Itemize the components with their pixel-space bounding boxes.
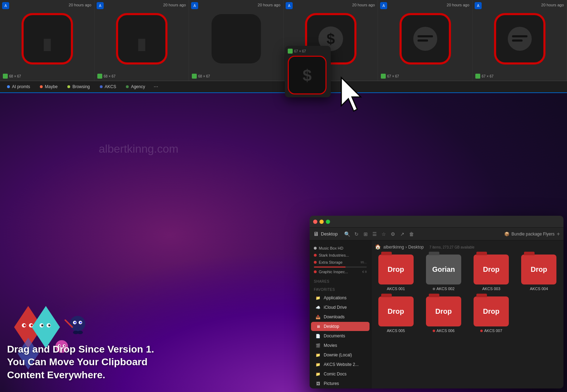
file-item-akcs001[interactable]: Drop AKCS 001	[375, 255, 417, 291]
status-dot-007	[480, 330, 483, 332]
share-icon[interactable]: ↗	[399, 231, 406, 237]
icon-card-2[interactable]: A 20 hours ago 68 × 67	[94, 0, 189, 81]
svg-rect-12	[417, 39, 428, 42]
svg-rect-4	[135, 26, 149, 33]
icon-box-6	[495, 14, 544, 63]
sidebar-item-movies[interactable]: 🎬 Movies	[311, 341, 370, 350]
refresh-icon[interactable]: ↻	[353, 231, 360, 237]
tab-ai-promts[interactable]: AI promts	[4, 83, 33, 91]
app-badge-2: A	[97, 2, 104, 9]
akcs-website-icon: 📁	[315, 362, 321, 367]
icon-card-1[interactable]: A 20 hours ago 68 × 67	[0, 0, 94, 81]
sidebar-drive-extra[interactable]: Extra Storage 95...	[310, 259, 371, 266]
tab-dot-ai	[7, 85, 10, 88]
icon-strip: A 20 hours ago 68 × 67 A 20 hours ago	[0, 0, 567, 81]
downie-icon: 📁	[315, 352, 321, 358]
breadcrumb-path: albertkinng › Desktop	[383, 245, 424, 250]
svg-point-30	[80, 322, 82, 324]
tab-more[interactable]: ···	[151, 84, 160, 90]
drive-name-stark: Stark Industries...	[319, 253, 367, 257]
sidebar-item-downie[interactable]: 📁 Downie (Local)	[311, 350, 370, 360]
file-label-005: AKCS 005	[387, 329, 405, 333]
sidebar-drive-musicbox[interactable]: Music Box HD	[310, 245, 371, 252]
home-icon: 🏠	[375, 244, 381, 250]
sidebar-item-documents[interactable]: 📄 Documents	[311, 331, 370, 341]
breadcrumb-folder: Desktop	[408, 245, 424, 250]
pictures-icon: 🖼	[315, 381, 321, 386]
svg-rect-2	[44, 39, 51, 51]
tab-akcs[interactable]: AKCS	[96, 83, 120, 91]
maximize-button[interactable]	[326, 220, 330, 224]
tab-browsing[interactable]: Browsing	[64, 83, 93, 91]
folder-label-005: Drop	[388, 307, 404, 316]
tab-maybe[interactable]: Maybe	[36, 83, 61, 91]
sidebar-item-desktop[interactable]: 🖥 Desktop	[311, 322, 370, 331]
close-button[interactable]	[313, 220, 317, 224]
file-item-akcs003[interactable]: Drop AKCS 003	[470, 255, 512, 291]
finder-body: Music Box HD Stark Industries... Extra S…	[310, 240, 563, 388]
popup-dollar-box: $	[288, 56, 327, 94]
file-name-003: AKCS 003	[482, 287, 500, 291]
file-item-akcs007[interactable]: Drop AKCS 007	[470, 296, 512, 333]
popup-size-icon	[288, 49, 293, 54]
sidebar-drive-graphic[interactable]: Graphic Inspec... € 8	[310, 268, 371, 275]
tabs-bar: AI promts Maybe Browsing AKCS Agency ···	[0, 81, 567, 93]
tab-dot-akcs	[100, 85, 103, 88]
tab-dot-browsing	[67, 85, 70, 88]
icloud-icon: ☁️	[315, 305, 321, 310]
trash-icon[interactable]: 🗑	[408, 231, 415, 237]
applications-icon: 📁	[315, 295, 321, 301]
folder-tab-002	[429, 252, 439, 255]
sidebar-item-downloads[interactable]: 📥 Downloads	[311, 312, 370, 321]
icon-card-5[interactable]: A 20 hours ago 67 × 67	[378, 0, 472, 81]
settings-icon[interactable]: ⚙	[390, 231, 396, 237]
sidebar-item-icloud[interactable]: ☁️ iCloud Drive	[311, 303, 370, 312]
app-badge-5: A	[380, 2, 387, 9]
message-icon-1	[411, 25, 439, 53]
folder-001: Drop	[378, 255, 414, 284]
icon-card-3[interactable]: A 20 hours ago 68 × 67	[189, 0, 284, 81]
file-grid: Drop AKCS 001 Gorian	[375, 255, 560, 333]
sidebar-item-akcs-website[interactable]: 📁 AKCS Website 2...	[311, 360, 370, 369]
svg-rect-11	[417, 35, 433, 37]
svg-point-20	[24, 324, 26, 326]
folder-003: Drop	[474, 255, 509, 284]
sidebar-label-comic-docs: Comic Docs	[324, 372, 347, 376]
tab-dot-maybe	[40, 85, 43, 88]
sidebar-item-pictures[interactable]: 🖼 Pictures	[311, 379, 370, 388]
bundle-label: Bundle package Flyers	[512, 232, 555, 237]
folder-label-002: Gorian	[432, 265, 455, 274]
columns-icon[interactable]: ☰	[372, 231, 378, 237]
icon-size-1: 68 × 67	[3, 74, 21, 79]
minimize-button[interactable]	[319, 220, 324, 224]
svg-point-24	[41, 324, 43, 326]
sidebar-item-comic-docs[interactable]: 📁 Comic Docs	[311, 369, 370, 379]
search-icon[interactable]: 🔍	[344, 231, 350, 237]
file-item-akcs002[interactable]: Gorian AKCS 002	[422, 255, 464, 291]
popup-dollar-icon: $	[293, 61, 321, 89]
star-icon[interactable]: ☆	[381, 231, 387, 237]
comic-docs-icon: 📁	[315, 371, 321, 377]
tab-label-ai: AI promts	[12, 84, 30, 89]
status-dot-006	[433, 330, 435, 332]
sidebar-drive-stark[interactable]: Stark Industries...	[310, 252, 371, 259]
folder-tab-005	[381, 294, 392, 297]
app-badge-3: A	[191, 2, 198, 9]
bundle-area: 📦 Bundle package Flyers +	[504, 231, 560, 237]
folder-002: Gorian	[426, 255, 461, 284]
view-options-icon[interactable]: ⊞	[362, 231, 369, 237]
icon-card-6[interactable]: A 20 hours ago 67 × 67	[472, 0, 567, 81]
file-item-akcs005[interactable]: Drop AKCS 005	[375, 296, 417, 333]
add-icon[interactable]: +	[557, 231, 560, 237]
tab-agency[interactable]: Agency	[122, 83, 148, 91]
sidebar-item-applications[interactable]: 📁 Applications	[311, 293, 370, 302]
popup-size-text: 67 × 67	[294, 49, 306, 53]
drive-progress-extra	[314, 267, 367, 268]
website-watermark: albertkinng.com	[99, 142, 178, 155]
folder-label-006: Drop	[435, 307, 452, 316]
file-item-akcs004[interactable]: Drop AKCS 004	[518, 255, 560, 291]
tab-label-browsing: Browsing	[72, 84, 90, 89]
folder-tab-001	[381, 252, 392, 255]
folder-004: Drop	[521, 255, 556, 284]
file-item-akcs006[interactable]: Drop AKCS 006	[422, 296, 464, 333]
